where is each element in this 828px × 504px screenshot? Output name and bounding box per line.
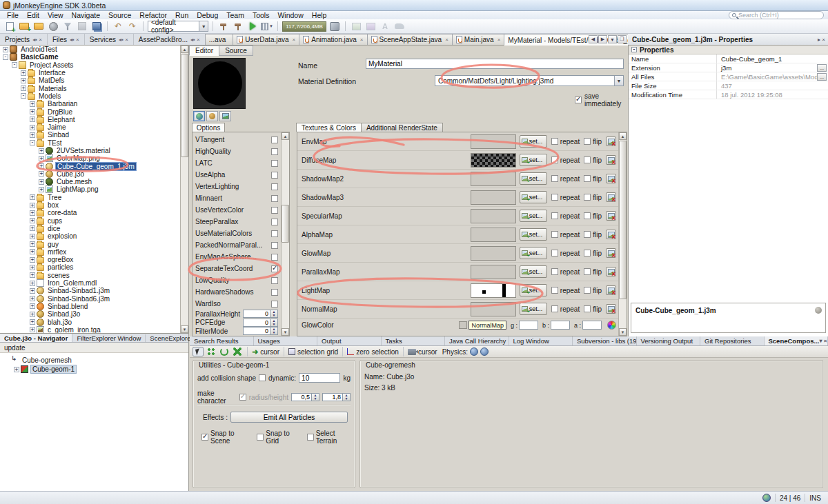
- editor-tab[interactable]: ...ava: [205, 34, 233, 45]
- tree-expander-icon[interactable]: +: [39, 171, 44, 177]
- flip-checkbox[interactable]: [584, 194, 591, 201]
- properties-window-header[interactable]: Cube-Cube_geom_1.j3m - Properties ▸ ×: [628, 34, 828, 46]
- tree-item[interactable]: + DrgBlue: [0, 108, 188, 115]
- tree-expander-icon[interactable]: +: [30, 125, 35, 130]
- tree-expander-icon[interactable]: -: [12, 62, 17, 68]
- dynamic-field[interactable]: [299, 373, 340, 383]
- repeat-checkbox[interactable]: [551, 194, 558, 201]
- spinner[interactable]: ▲▼: [243, 327, 278, 335]
- build-button[interactable]: [217, 21, 230, 32]
- bottom-dock-tab[interactable]: Usages ▾ ×: [254, 336, 318, 345]
- radius-field[interactable]: [291, 393, 312, 401]
- repeat-checkbox[interactable]: [551, 138, 558, 145]
- close-icon[interactable]: ×: [497, 37, 501, 43]
- texture-set-button[interactable]: set...: [520, 303, 547, 315]
- texture-remove-icon[interactable]: [606, 174, 616, 183]
- tree-item[interactable]: - TEst: [0, 139, 188, 147]
- tree-item[interactable]: + 2UVSets.material: [0, 147, 188, 154]
- tree-item[interactable]: + Sinbad: [0, 131, 188, 139]
- tree-item[interactable]: + Barbarian: [0, 100, 188, 108]
- quick-search[interactable]: [729, 11, 824, 19]
- option-checkbox[interactable]: [271, 242, 278, 249]
- texture-remove-icon[interactable]: [606, 267, 616, 276]
- tree-item[interactable]: - BasicGame: [0, 53, 188, 61]
- tree-item[interactable]: + Tree: [0, 194, 188, 201]
- scroll-up-icon[interactable]: ▲: [619, 132, 627, 140]
- tree-item[interactable]: + scenes: [0, 272, 188, 279]
- tree-item[interactable]: + guy: [0, 240, 188, 248]
- flip-checkbox[interactable]: [584, 175, 591, 182]
- property-row[interactable]: Name Cube-Cube_geom_1 ...: [629, 54, 828, 63]
- bottom-dock-tab[interactable]: Search Results ▾ ×: [190, 336, 254, 345]
- dock-tab[interactable]: Projects ◂▪ ×: [0, 34, 48, 45]
- tree-expander-icon[interactable]: +: [30, 249, 35, 254]
- snap-to-scene-checkbox[interactable]: [201, 434, 208, 441]
- flip-checkbox[interactable]: [584, 287, 591, 294]
- material-definition-combobox[interactable]: Common/MatDefs/Light/Lighting.j3md ▼: [435, 75, 624, 86]
- rotate-tool-button[interactable]: [219, 347, 230, 356]
- tree-expander-icon[interactable]: -: [3, 54, 8, 60]
- tab-editor[interactable]: Editor: [189, 46, 219, 56]
- camera-cursor-label[interactable]: cursor: [418, 348, 437, 356]
- open-project-button[interactable]: [32, 21, 45, 32]
- navigator-tab[interactable]: Cube.j3o - Navigator: [0, 334, 72, 342]
- dock-tab[interactable]: Services ◂▪ ×: [85, 34, 134, 45]
- g-field[interactable]: [519, 321, 538, 330]
- flip-checkbox[interactable]: [584, 305, 591, 312]
- window-buttons[interactable]: ▸ ×: [818, 37, 828, 43]
- window-buttons[interactable]: ▾ ×: [819, 338, 827, 344]
- tree-item[interactable]: + cups: [0, 217, 188, 225]
- tree-expander-icon[interactable]: +: [30, 241, 35, 247]
- ellipsis-button[interactable]: ...: [817, 73, 827, 81]
- tree-expander-icon[interactable]: +: [30, 234, 35, 239]
- option-checkbox[interactable]: [271, 137, 278, 143]
- repeat-checkbox[interactable]: [551, 212, 558, 219]
- repeat-checkbox[interactable]: [551, 268, 558, 275]
- scroll-down-icon[interactable]: ▼: [619, 328, 627, 336]
- search-input[interactable]: [738, 12, 820, 19]
- tree-expander-icon[interactable]: +: [30, 194, 35, 200]
- new-project-button[interactable]: [18, 21, 30, 32]
- dock-tab[interactable]: Files ◂▪ ×: [48, 34, 85, 45]
- tree-expander-icon[interactable]: +: [30, 296, 35, 301]
- navigator-node[interactable]: + Cube-geom-1: [0, 365, 188, 374]
- make-character-checkbox[interactable]: [239, 394, 246, 401]
- color-swatch[interactable]: [459, 321, 467, 329]
- update-button[interactable]: update: [4, 344, 26, 352]
- property-row[interactable]: All Files E:\Game\BasicGame\assets\Model…: [629, 72, 828, 81]
- tree-expander-icon[interactable]: +: [39, 179, 44, 185]
- tree-item[interactable]: + ogreBox: [0, 256, 188, 263]
- emit-all-particles-button[interactable]: Emit All Particles: [230, 412, 348, 423]
- tree-item[interactable]: + Sinbad.j3o: [0, 310, 188, 318]
- new-file-button[interactable]: [3, 21, 16, 32]
- selection-label[interactable]: selection: [297, 348, 324, 356]
- minimize-icon[interactable]: ◂▪ ×: [32, 37, 42, 43]
- tree-expander-icon[interactable]: +: [30, 288, 35, 294]
- move-tool-button[interactable]: [206, 347, 217, 356]
- tree-expander-icon[interactable]: +: [30, 312, 35, 317]
- menu-item[interactable]: Navigate: [68, 11, 104, 19]
- property-row[interactable]: Modification Time 18 jul. 2012 19:25:08 …: [629, 90, 828, 99]
- tree-expander-icon[interactable]: +: [39, 156, 44, 161]
- tree-expander-icon[interactable]: +: [39, 163, 44, 169]
- bottom-dock-tab[interactable]: Java Call Hierarchy ▾ ×: [445, 336, 509, 345]
- bottom-dock-tab[interactable]: Subversion - libs (193 ... ▾ ×: [573, 336, 637, 345]
- tree-expander-icon[interactable]: +: [30, 218, 35, 223]
- tree-expander-icon[interactable]: +: [14, 367, 19, 372]
- tab-list-icon[interactable]: ▼: [608, 35, 617, 43]
- flip-checkbox[interactable]: [584, 231, 591, 238]
- spinner-arrows-icon[interactable]: ▲▼: [343, 393, 351, 401]
- editor-tab[interactable]: SceneAppState.java ×: [367, 34, 453, 45]
- textures-scrollbar[interactable]: ▲ ▼: [618, 132, 627, 336]
- projects-scrollbar[interactable]: ▲ ▼: [180, 46, 188, 333]
- texture-set-button[interactable]: set...: [520, 228, 547, 241]
- tree-expander-icon[interactable]: +: [39, 148, 44, 154]
- tab-textures-colors[interactable]: Textures & Colors: [296, 123, 362, 132]
- undo-button[interactable]: ↶: [112, 21, 124, 32]
- spinner-arrows-icon[interactable]: ▲▼: [270, 310, 278, 318]
- palette-button[interactable]: [364, 21, 377, 32]
- tree-item[interactable]: + Cube.j3o: [0, 170, 188, 178]
- scroll-down-icon[interactable]: ▼: [181, 325, 188, 333]
- bottom-dock-tab[interactable]: Git Repositories ▾ ×: [700, 336, 765, 345]
- close-icon[interactable]: ×: [293, 37, 296, 43]
